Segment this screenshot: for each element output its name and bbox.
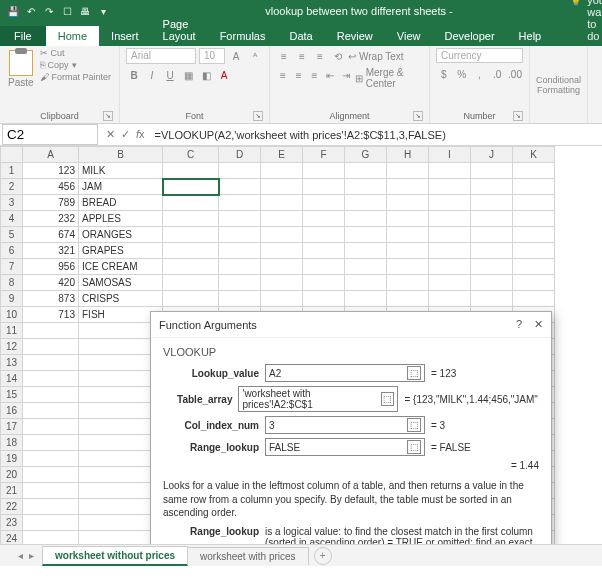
number-launcher-icon[interactable]: ↘ [513,111,523,121]
range-selector-icon[interactable]: ⬚ [407,366,421,380]
tab-formulas[interactable]: Formulas [208,26,278,46]
cell-A7[interactable]: 956 [23,259,79,275]
close-icon[interactable]: ✕ [534,318,543,331]
cell-A6[interactable]: 321 [23,243,79,259]
row-header-14[interactable]: 14 [1,371,23,387]
cell-I9[interactable] [429,291,471,307]
cell-F2[interactable] [303,179,345,195]
cell-C1[interactable] [163,163,219,179]
accounting-icon[interactable]: $ [436,66,452,82]
cell-I7[interactable] [429,259,471,275]
range-selector-icon[interactable]: ⬚ [381,392,395,406]
cell-F5[interactable] [303,227,345,243]
cell-G5[interactable] [345,227,387,243]
cell-B3[interactable]: BREAD [79,195,163,211]
row-header-12[interactable]: 12 [1,339,23,355]
cell-D7[interactable] [219,259,261,275]
cell-G8[interactable] [345,275,387,291]
row-header-18[interactable]: 18 [1,435,23,451]
cell-G2[interactable] [345,179,387,195]
cell-G3[interactable] [345,195,387,211]
cancel-formula-icon[interactable]: ✕ [106,128,115,141]
number-format-select[interactable]: Currency [436,48,523,63]
tab-review[interactable]: Review [325,26,385,46]
cell-E4[interactable] [261,211,303,227]
alignment-launcher-icon[interactable]: ↘ [413,111,423,121]
col-header-C[interactable]: C [163,147,219,163]
cell-E9[interactable] [261,291,303,307]
row-header-15[interactable]: 15 [1,387,23,403]
tab-next-icon[interactable]: ▸ [29,550,34,561]
cell-J3[interactable] [471,195,513,211]
cut-button[interactable]: ✂Cut [40,48,112,58]
border-icon[interactable]: ▦ [180,67,196,83]
cell-I6[interactable] [429,243,471,259]
cell-F9[interactable] [303,291,345,307]
worksheet-grid[interactable]: ABCDEFGHIJK1123MILK2456JAM3789BREAD4232A… [0,146,602,566]
cell-A17[interactable] [23,419,79,435]
indent-inc-icon[interactable]: ⇥ [339,67,353,83]
increase-font-icon[interactable]: A [228,48,244,64]
name-box[interactable] [2,124,98,145]
tab-developer[interactable]: Developer [432,26,506,46]
cell-K2[interactable] [513,179,555,195]
cell-I3[interactable] [429,195,471,211]
row-header-3[interactable]: 3 [1,195,23,211]
underline-icon[interactable]: U [162,67,178,83]
cell-A18[interactable] [23,435,79,451]
row-header-10[interactable]: 10 [1,307,23,323]
help-icon[interactable]: ? [516,318,522,331]
cell-B8[interactable]: SAMOSAS [79,275,163,291]
cell-C3[interactable] [163,195,219,211]
comma-icon[interactable]: , [472,66,488,82]
cell-H4[interactable] [387,211,429,227]
font-color-icon[interactable]: A [216,67,232,83]
cell-J5[interactable] [471,227,513,243]
cell-B9[interactable]: CRISPS [79,291,163,307]
qat-customize-icon[interactable]: ▾ [96,4,110,18]
tab-help[interactable]: Help [507,26,554,46]
col-header-G[interactable]: G [345,147,387,163]
font-name-select[interactable]: Arial [126,48,196,64]
cell-K1[interactable] [513,163,555,179]
row-header-22[interactable]: 22 [1,499,23,515]
cell-D1[interactable] [219,163,261,179]
tab-view[interactable]: View [385,26,433,46]
col-header-H[interactable]: H [387,147,429,163]
arg-input-0[interactable]: A2 ⬚ [265,364,425,382]
tab-insert[interactable]: Insert [99,26,151,46]
cell-J4[interactable] [471,211,513,227]
paste-button[interactable]: Paste [6,48,36,109]
cell-J6[interactable] [471,243,513,259]
cell-K4[interactable] [513,211,555,227]
cell-J2[interactable] [471,179,513,195]
cell-A8[interactable]: 420 [23,275,79,291]
bold-icon[interactable]: B [126,67,142,83]
cell-H3[interactable] [387,195,429,211]
cell-D8[interactable] [219,275,261,291]
cell-K8[interactable] [513,275,555,291]
cell-D3[interactable] [219,195,261,211]
cell-H7[interactable] [387,259,429,275]
cell-J7[interactable] [471,259,513,275]
font-size-select[interactable]: 10 [199,48,225,64]
align-right-icon[interactable]: ≡ [307,67,321,83]
font-launcher-icon[interactable]: ↘ [253,111,263,121]
italic-icon[interactable]: I [144,67,160,83]
cell-H6[interactable] [387,243,429,259]
fx-icon[interactable]: fx [136,128,145,141]
row-header-5[interactable]: 5 [1,227,23,243]
cell-B5[interactable]: ORANGES [79,227,163,243]
cell-E6[interactable] [261,243,303,259]
col-header-B[interactable]: B [79,147,163,163]
clipboard-launcher-icon[interactable]: ↘ [103,111,113,121]
cell-A1[interactable]: 123 [23,163,79,179]
row-header-19[interactable]: 19 [1,451,23,467]
cell-K7[interactable] [513,259,555,275]
row-header-21[interactable]: 21 [1,483,23,499]
fill-color-icon[interactable]: ◧ [198,67,214,83]
cell-A10[interactable]: 713 [23,307,79,323]
row-header-1[interactable]: 1 [1,163,23,179]
cell-H1[interactable] [387,163,429,179]
cell-A5[interactable]: 674 [23,227,79,243]
